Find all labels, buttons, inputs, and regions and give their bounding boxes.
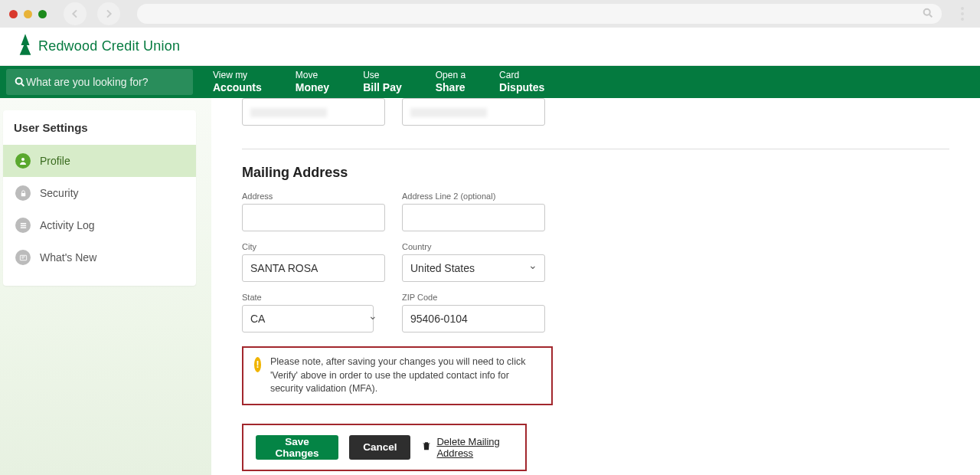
logo-icon xyxy=(17,34,34,60)
country-select[interactable] xyxy=(402,254,545,282)
divider xyxy=(242,149,949,149)
prior-field-1[interactable] xyxy=(242,98,385,126)
cancel-button[interactable]: Cancel xyxy=(349,435,410,460)
svg-rect-3 xyxy=(21,193,25,196)
nav-accounts[interactable]: View myAccounts xyxy=(196,67,279,97)
address-input[interactable] xyxy=(242,204,385,231)
logo-bar: Redwood Credit Union xyxy=(0,28,980,66)
city-input[interactable] xyxy=(242,254,385,282)
site-search[interactable] xyxy=(6,69,193,95)
svg-point-1 xyxy=(16,78,22,84)
back-button[interactable] xyxy=(64,2,87,25)
sidebar-item-activity[interactable]: Activity Log xyxy=(3,209,196,241)
main-nav: View myAccounts MoveMoney UseBill Pay Op… xyxy=(0,66,980,98)
browser-chrome xyxy=(0,0,980,28)
save-button[interactable]: Save Changes xyxy=(256,435,338,460)
note-text: Please note, after saving your changes y… xyxy=(270,355,541,396)
sidebar-item-label: Security xyxy=(40,187,79,199)
sidebar-item-label: Activity Log xyxy=(40,219,95,231)
sidebar-item-whatsnew[interactable]: What's New xyxy=(3,241,196,274)
prior-field-2[interactable] xyxy=(402,98,545,126)
warning-icon: ! xyxy=(254,357,261,372)
window-max-dot[interactable] xyxy=(38,10,47,18)
main-panel: Mailing Address Address Address Line 2 (… xyxy=(211,98,980,475)
delete-link[interactable]: Delete Mailing Address xyxy=(421,436,513,459)
sidebar-title: User Settings xyxy=(3,110,196,145)
search-input[interactable] xyxy=(26,76,185,88)
country-label: Country xyxy=(402,242,545,251)
action-bar: Save Changes Cancel Delete Mailing Addre… xyxy=(242,424,527,471)
url-bar[interactable] xyxy=(137,4,942,24)
news-icon xyxy=(15,250,31,265)
forward-button[interactable] xyxy=(97,2,120,25)
trash-icon xyxy=(421,441,432,454)
lock-icon xyxy=(15,185,31,201)
verify-note: ! Please note, after saving your changes… xyxy=(242,346,553,405)
address2-input[interactable] xyxy=(402,204,545,231)
sidebar-item-profile[interactable]: Profile xyxy=(3,145,196,177)
nav-billpay[interactable]: UseBill Pay xyxy=(346,67,419,97)
sidebar: User Settings Profile Security Activity … xyxy=(3,110,196,286)
address-label: Address xyxy=(242,192,385,201)
sidebar-item-label: Profile xyxy=(40,155,70,167)
zip-input[interactable] xyxy=(402,305,545,332)
browser-menu[interactable] xyxy=(957,7,968,21)
window-min-dot[interactable] xyxy=(24,10,32,18)
address2-label: Address Line 2 (optional) xyxy=(402,192,545,201)
svg-point-2 xyxy=(21,158,24,161)
window-close-dot[interactable] xyxy=(9,10,18,18)
nav-share[interactable]: Open aShare xyxy=(419,67,482,97)
person-icon xyxy=(15,153,31,169)
zip-label: ZIP Code xyxy=(402,293,545,302)
list-icon xyxy=(15,218,31,233)
svg-point-0 xyxy=(924,9,930,15)
nav-money[interactable]: MoveMoney xyxy=(279,67,346,97)
delete-label: Delete Mailing Address xyxy=(436,436,513,459)
sidebar-item-security[interactable]: Security xyxy=(3,177,196,209)
nav-disputes[interactable]: CardDisputes xyxy=(482,67,561,97)
sidebar-item-label: What's New xyxy=(40,251,96,264)
search-icon xyxy=(14,76,26,88)
section-title: Mailing Address xyxy=(242,165,949,181)
state-label: State xyxy=(242,293,385,302)
logo-text: Redwood Credit Union xyxy=(38,38,180,54)
city-label: City xyxy=(242,242,385,251)
search-icon xyxy=(922,7,934,22)
state-select[interactable] xyxy=(242,305,374,332)
